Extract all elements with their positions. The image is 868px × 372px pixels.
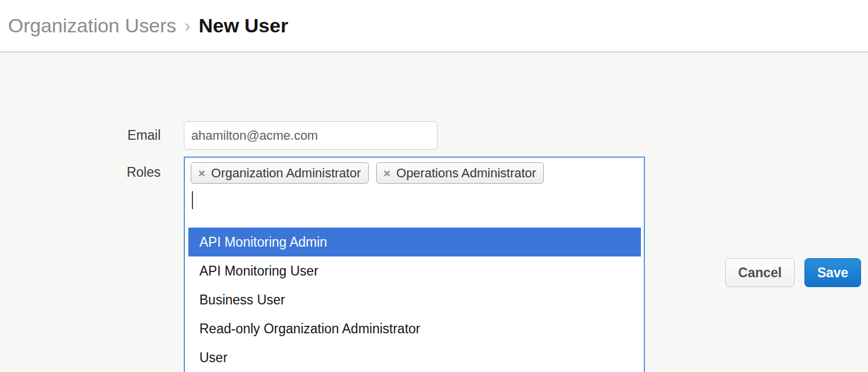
save-button[interactable]: Save (804, 258, 861, 287)
text-caret (192, 191, 193, 209)
role-tag: × Operations Administrator (376, 162, 544, 184)
email-label: Email (43, 128, 161, 143)
role-option[interactable]: Business User (188, 285, 641, 314)
cancel-button[interactable]: Cancel (725, 258, 795, 287)
role-option[interactable]: API Monitoring Admin (188, 228, 641, 256)
selected-role-tags: × Organization Administrator × Operation… (185, 158, 644, 184)
role-tag: × Organization Administrator (191, 162, 369, 184)
role-option[interactable]: Read-only Organization Administrator (188, 314, 641, 343)
roles-label: Roles (43, 165, 161, 180)
roles-search-input[interactable] (192, 191, 644, 209)
role-option[interactable]: API Monitoring User (188, 256, 641, 285)
page: Organization Users › New User Email Role… (0, 0, 868, 372)
role-option[interactable]: User (188, 343, 641, 372)
roles-multiselect[interactable]: × Organization Administrator × Operation… (184, 157, 645, 372)
breadcrumb-parent-link[interactable]: Organization Users (8, 14, 176, 37)
remove-tag-icon[interactable]: × (198, 167, 205, 179)
role-tag-label: Operations Administrator (396, 166, 536, 181)
breadcrumb-chevron-icon: › (184, 15, 191, 36)
page-header: Organization Users › New User (0, 0, 868, 53)
role-tag-label: Organization Administrator (211, 166, 361, 181)
page-title: New User (199, 14, 288, 37)
remove-tag-icon[interactable]: × (384, 167, 391, 179)
email-field[interactable] (184, 121, 437, 150)
roles-dropdown: API Monitoring Admin API Monitoring User… (188, 228, 641, 372)
